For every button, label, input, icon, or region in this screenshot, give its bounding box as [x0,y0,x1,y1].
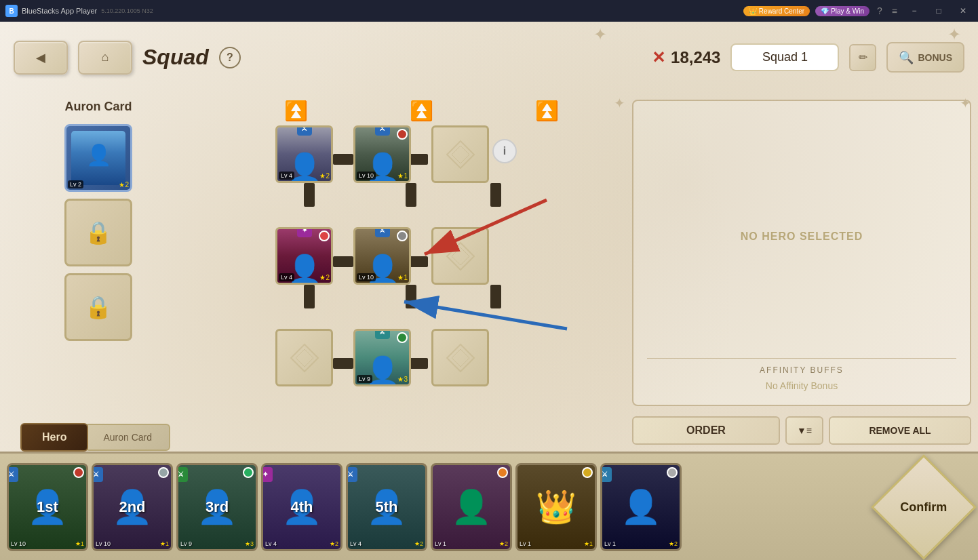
empty-slot-ornament-1-2 [444,239,477,273]
hero-thumb-3[interactable]: ⚔ 👤 3rd Lv 9 ★3 [176,463,258,551]
connector-v-0-0 [304,183,315,207]
status-dot-1-0 [319,231,330,241]
hero-6-status [497,467,508,478]
hero-2-class-icon: ⚔ [92,467,103,482]
grid-slot-1-2[interactable] [431,227,489,285]
hero-4-level: Lv 4 [265,540,277,547]
right-panel: ✦ ✦ NO HERO SELECTED AFFINITY BUFFS No A… [625,93,978,452]
settings-icon[interactable]: ≡ [890,5,899,16]
minimize-button[interactable]: − [905,1,924,20]
hero-thumb-4[interactable]: ✦ 👤 4th Lv 4 ★2 [261,463,343,551]
grid-slot-1-1[interactable]: ⚔ 👤 Lv 10 ★1 [353,227,411,285]
hero-7-face: 👑 [517,465,595,549]
hero-thumb-5[interactable]: ⚔ 👤 5th Lv 4 ★2 [346,463,427,551]
hero-2-1-level: Lv 9 [357,375,372,383]
right-panel-corner-tr: ✦ [960,95,971,111]
hero-5-stars: ★2 [414,540,423,547]
locked-slot-2: 🔒 [64,273,132,341]
connector-v-0-1 [406,183,416,207]
hero-6-level: Lv 1 [435,540,446,547]
home-icon: ⌂ [102,50,109,64]
hero-1-level: Lv 10 [11,540,26,547]
connector-v-1-2 [490,285,501,308]
hero-0-0-stars: ★2 [319,172,330,180]
hero-2-status [158,467,169,478]
connector-v-1-1 [406,285,416,308]
hero-1-class-icon: ⚔ [7,467,18,482]
hero-thumb-1[interactable]: ⚔ 👤 1st Lv 10 ★1 [7,463,88,551]
hero-face-1-0: ✦ 👤 Lv 4 ★2 [277,229,331,283]
connector-h-0-0 [333,154,353,165]
play-win-button[interactable]: 💎 Play & Win [815,6,869,16]
hero-3-level: Lv 9 [180,540,192,547]
confirm-button-container: Confirm [876,460,971,555]
no-hero-text: NO HERO SELECTED [741,231,863,243]
empty-slot-ornament-0-2 [444,138,477,172]
connector-v-0-2 [490,183,501,207]
close-button[interactable]: ✕ [954,1,973,20]
hero-8-stars: ★2 [669,540,678,547]
maximize-button[interactable]: □ [929,1,948,20]
grid-slot-0-1[interactable]: ⚔ 👤 Lv 10 ★1 [353,125,411,183]
hero-1-stars: ★1 [75,540,84,547]
grid-slot-0-2[interactable] [431,125,489,183]
diamond-icon: 💎 [821,7,829,15]
hero-0-0-level: Lv 4 [279,172,294,180]
top-nav: ◀ ⌂ Squad ? ✕ 18,243 Squad 1 ✏ 🔍 BONUS [0,22,978,93]
class-icon-1-0: ✦ [297,227,312,237]
hero-1-0-stars: ★2 [319,274,330,281]
hero-thumb-7[interactable]: 👑 Lv 1 ★1 [515,463,597,551]
affinity-title: AFFINITY BUFFS [647,365,956,375]
reward-center-button[interactable]: 👑 Reward Center [743,6,810,16]
body-area: Auron Card 👤 Lv 2 ★2 🔒 🔒 [0,93,978,452]
hero-face-0-1: ⚔ 👤 Lv 10 ★1 [355,127,409,181]
hero-2-order-label: 2nd [119,498,145,516]
hero-tab[interactable]: Hero [20,423,88,452]
hero-4-class-icon: ✦ [261,467,273,482]
info-button[interactable]: i [492,139,517,163]
auron-card-slot[interactable]: 👤 Lv 2 ★2 [64,124,132,192]
grid-slot-0-0[interactable]: ⚔ 👤 Lv 4 ★2 [275,125,333,183]
pencil-icon: ✏ [859,51,867,64]
currency-symbol: ✕ [652,48,665,67]
back-button[interactable]: ◀ [14,41,68,75]
no-affinity-text: No Affinity Bonus [647,380,956,391]
hero-6-stars: ★2 [499,540,508,547]
remove-all-button[interactable]: REMOVE ALL [829,416,971,445]
hero-3-class-icon: ⚔ [176,467,188,482]
hero-5-order-label: 5th [376,498,398,516]
hero-thumb-6[interactable]: 👤 Lv 1 ★2 [431,463,512,551]
locked-slot-1: 🔒 [64,199,132,266]
right-panel-corner-tl: ✦ [614,95,625,111]
bonus-button[interactable]: 🔍 BONUS [886,42,964,73]
help-icon[interactable]: ? [875,5,884,16]
hero-2-1-stars: ★3 [397,376,408,383]
up-arrow-3: ⏫ [535,100,559,122]
grid-slot-2-2[interactable] [431,329,489,386]
status-dot-2-1 [397,332,408,343]
status-dot-1-1 [397,231,408,241]
class-icon-0-1: ⚔ [375,125,390,136]
home-button[interactable]: ⌂ [78,41,132,75]
filter-button[interactable]: ▼≡ [785,416,823,445]
confirm-button[interactable]: Confirm [871,454,977,560]
hero-thumb-8[interactable]: ⚔ 👤 Lv 1 ★2 [600,463,682,551]
currency-display: ✕ 18,243 [652,48,720,67]
help-button[interactable]: ? [219,47,241,68]
hero-7-status [582,467,593,478]
edit-squad-button[interactable]: ✏ [849,44,876,71]
squad-grid: ⚔ 👤 Lv 4 ★2 ⚔ 👤 [275,125,547,410]
squad-name-display: Squad 1 [730,43,839,71]
hero-8-status [667,467,678,478]
status-dot-0-1 [397,129,408,140]
grid-slot-1-0[interactable]: ✦ 👤 Lv 4 ★2 [275,227,333,285]
order-button[interactable]: ORDER [632,416,780,445]
search-icon: 🔍 [899,50,914,65]
grid-slot-2-0[interactable] [275,329,333,386]
left-sidebar: Auron Card 👤 Lv 2 ★2 🔒 🔒 [0,93,197,452]
confirm-label: Confirm [897,500,951,514]
hero-thumb-2[interactable]: ⚔ 👤 2nd Lv 10 ★1 [92,463,173,551]
grid-slot-2-1[interactable]: ⚔ 👤 Lv 9 ★3 [353,329,411,386]
auron-tab[interactable]: Auron Card [85,424,170,451]
no-hero-area: NO HERO SELECTED [741,115,863,358]
